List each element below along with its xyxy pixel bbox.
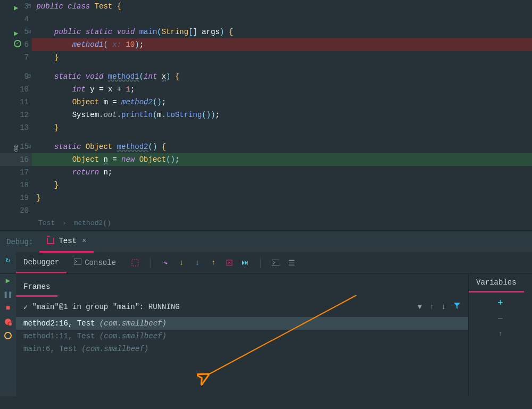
frames-tab[interactable]: Frames — [16, 278, 57, 297]
stack-frame[interactable]: method2:16, Test (com.smallbeef) — [16, 317, 468, 330]
frames-panel: Frames ✓ "main"@1 in group "main": RUNNI… — [16, 274, 468, 396]
line-number: 7 — [24, 53, 29, 62]
line-number: 13 — [20, 123, 29, 132]
svg-rect-3 — [272, 260, 279, 266]
stack-frame[interactable]: main:6, Test (com.smallbeef) — [16, 343, 468, 355]
variables-tab[interactable]: Variables — [469, 274, 524, 293]
line-number: 11 — [20, 98, 29, 106]
thread-selector[interactable]: ✓ "main"@1 in group "main": RUNNING ▼ ↑ … — [16, 297, 468, 317]
frames-list[interactable]: method2:16, Test (com.smallbeef) method1… — [16, 317, 468, 355]
run-to-cursor-icon[interactable]: ⏭ — [241, 258, 250, 267]
breakpoint-pass-icon[interactable]: ✓ — [14, 40, 21, 47]
gutter: 3 ▶ 4 5 ▶ 6 ✓ 7 9 10 11 12 13 15 @ 16 17… — [0, 0, 32, 217]
resume-icon[interactable]: ▶ — [4, 276, 12, 285]
prev-frame-icon[interactable]: ↑ — [429, 303, 434, 311]
next-frame-icon[interactable]: ↓ — [442, 303, 446, 311]
debug-side-actions: ↻ — [0, 252, 16, 273]
check-icon: ✓ — [23, 303, 28, 312]
line-number: 19 — [20, 194, 29, 202]
breadcrumb[interactable]: Test › method2() — [0, 217, 532, 231]
svg-point-5 — [8, 322, 12, 326]
debug-side-actions-2: ▶ ❚❚ ■ — [0, 274, 16, 396]
tab-console[interactable]: Console — [66, 252, 123, 273]
drop-frame-icon[interactable] — [225, 258, 234, 267]
rerun-icon[interactable]: ↻ — [4, 255, 12, 264]
line-number: 6 — [24, 40, 29, 49]
view-breakpoints-icon[interactable] — [4, 318, 12, 326]
evaluate-icon[interactable] — [271, 258, 280, 267]
code-editor[interactable]: 3 ▶ 4 5 ▶ 6 ✓ 7 9 10 11 12 13 15 @ 16 17… — [0, 0, 532, 217]
close-icon[interactable]: × — [82, 237, 86, 245]
line-number: 18 — [20, 181, 29, 189]
debug-toolbar: ↻ Debugger Console ↷ ↓ ↓ ↑ ⏭ ☰ — [0, 252, 532, 274]
breadcrumb-method[interactable]: method2() — [74, 219, 111, 227]
debug-tab-bar: Debug: Test × — [0, 231, 532, 252]
step-into-icon[interactable]: ↓ — [177, 258, 186, 267]
console-icon — [74, 258, 81, 267]
line-number: 16 — [20, 155, 29, 164]
svg-rect-1 — [132, 260, 138, 266]
mute-breakpoints-icon[interactable] — [4, 331, 12, 340]
svg-rect-0 — [74, 258, 81, 265]
stop-icon[interactable]: ■ — [4, 304, 12, 312]
filter-icon[interactable] — [453, 302, 461, 312]
debug-config-tab[interactable]: Test × — [39, 231, 94, 253]
step-out-icon[interactable]: ↑ — [209, 258, 218, 267]
line-number: 4 — [24, 15, 29, 23]
line-number: 17 — [20, 168, 29, 177]
chevron-right-icon: › — [62, 219, 66, 227]
remove-watch-icon[interactable]: − — [497, 314, 503, 324]
debug-label: Debug: — [0, 238, 39, 246]
dropdown-icon[interactable]: ▼ — [418, 303, 422, 311]
pause-icon[interactable]: ❚❚ — [4, 290, 12, 298]
app-icon — [47, 238, 54, 244]
variables-panel: Variables + − ↑ — [468, 274, 532, 396]
force-step-into-icon[interactable]: ↓ — [193, 258, 202, 267]
thread-label: "main"@1 in group "main": RUNNING — [32, 303, 179, 311]
svg-point-6 — [5, 332, 11, 339]
trace-icon[interactable]: ☰ — [287, 258, 296, 267]
breadcrumb-class[interactable]: Test — [38, 219, 55, 227]
threads-icon[interactable] — [131, 258, 139, 267]
step-over-icon[interactable]: ↷ — [161, 258, 170, 267]
tab-debugger[interactable]: Debugger — [16, 252, 66, 273]
new-watch-icon[interactable]: + — [497, 298, 503, 308]
line-number: 20 — [20, 206, 29, 215]
tab-label: Test — [59, 237, 77, 245]
stack-frame[interactable]: method1:11, Test (com.smallbeef) — [16, 330, 468, 343]
line-number: 12 — [20, 111, 29, 119]
line-number: 10 — [20, 85, 29, 94]
code-area[interactable]: ⊟ public class Test { ⊟ public static vo… — [32, 0, 532, 217]
move-up-icon[interactable]: ↑ — [498, 330, 502, 338]
